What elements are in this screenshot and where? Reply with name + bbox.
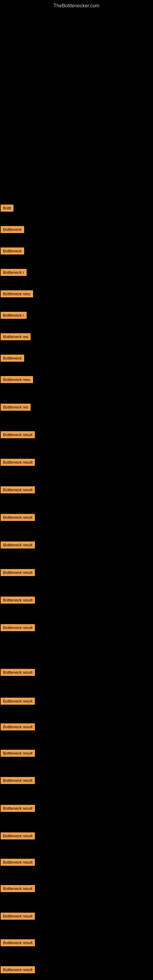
bottleneck-item: Bottleneck result	[1, 723, 35, 730]
bottleneck-item: Bottleneck result	[1, 669, 35, 676]
bottleneck-item: Bottleneck result	[1, 885, 35, 892]
bottleneck-item: Bottleneck res	[1, 333, 30, 340]
bottleneck-item: Bottleneck result	[1, 750, 35, 757]
bottleneck-item: Bottleneck result	[1, 541, 35, 549]
bottleneck-item: Bottleneck result	[1, 966, 35, 973]
bottleneck-item: Bottleneck	[1, 355, 24, 362]
bottleneck-item: Bottleneck result	[1, 859, 35, 866]
bottleneck-item: Bottleneck result	[1, 805, 35, 812]
bottleneck-item: Bottleneck result	[1, 431, 35, 438]
bottleneck-item: Bottleneck result	[1, 459, 35, 466]
bottleneck-item: Bottleneck result	[1, 832, 35, 840]
site-title: TheBottlenecker.com	[0, 0, 153, 12]
bottleneck-item: Bottleneck result	[1, 698, 35, 705]
bottleneck-item: Bottleneck r	[1, 269, 27, 276]
bottleneck-item: Bottleneck result	[1, 939, 35, 946]
bottleneck-item: Bottleneck	[1, 226, 24, 233]
bottleneck-item: Bottleneck result	[1, 597, 35, 604]
bottleneck-item: Bottleneck result	[1, 569, 35, 576]
bottleneck-item: Bottleneck r	[1, 312, 27, 319]
bottleneck-item: Bottleneck resu	[1, 376, 33, 383]
bottleneck-item: Bottleneck resu	[1, 290, 33, 298]
bottleneck-item: Bottl	[1, 205, 13, 212]
bottleneck-item: Bottleneck result	[1, 514, 35, 521]
bottleneck-item: Bottleneck result	[1, 624, 35, 631]
bottleneck-item: Bottleneck res	[1, 404, 30, 411]
bottleneck-item: Bottleneck result	[1, 777, 35, 784]
bottleneck-item: Bottleneck	[1, 247, 24, 255]
bottleneck-item: Bottleneck result	[1, 486, 35, 493]
bottleneck-item: Bottleneck result	[1, 913, 35, 920]
